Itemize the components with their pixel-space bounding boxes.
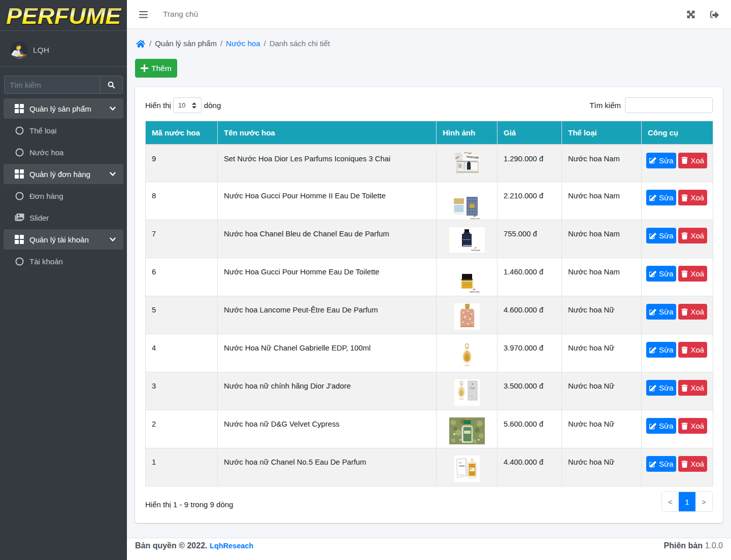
svg-text:PERFUME: PERFUME [470,291,480,293]
svg-text:Dior: Dior [470,396,474,398]
svg-text:PERFUME: PERFUME [6,5,122,25]
svg-text:PERFUME: PERFUME [470,218,480,219]
svg-text:CHANEL: CHANEL [458,465,466,467]
svg-text:J'ad: J'ad [470,387,475,390]
svg-text:N°5: N°5 [459,462,462,464]
svg-text:PERFUME: PERFUME [471,250,480,252]
svg-text:N°5: N°5 [470,468,472,470]
